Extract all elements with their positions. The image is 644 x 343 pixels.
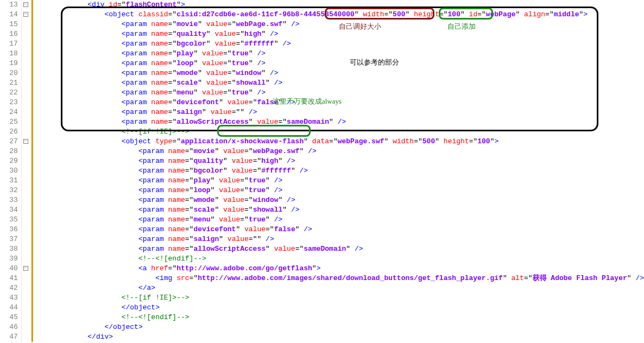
line-number: 31: [0, 176, 18, 186]
code-line[interactable]: <param name="loop" value="true" />: [36, 186, 644, 195]
line-number: 29: [0, 156, 18, 166]
code-line[interactable]: <param name="wmode" value="window" />: [36, 195, 644, 205]
code-area[interactable]: <div id="flashContent"> <object classid=…: [35, 0, 644, 342]
code-line[interactable]: <!--[if !IE]>-->: [36, 293, 644, 303]
code-line[interactable]: <!--<![endif]-->: [36, 254, 644, 264]
line-number: 35: [0, 215, 18, 225]
code-line[interactable]: </a>: [36, 283, 644, 293]
line-number: 42: [0, 283, 18, 293]
line-number: 19: [0, 59, 18, 68]
code-line[interactable]: <param name="scale" value="showall" />: [36, 78, 644, 88]
line-number: 34: [0, 205, 18, 215]
code-line[interactable]: <param name="movie" value="webPage.swf" …: [36, 147, 644, 156]
code-line[interactable]: <!--[if !IE]>-->: [36, 127, 644, 137]
code-line[interactable]: <param name="play" value="true" />: [36, 49, 644, 59]
code-line[interactable]: <param name="scale" value="showall" />: [36, 205, 644, 215]
line-number: 13: [0, 0, 18, 10]
line-number: 22: [0, 88, 18, 98]
line-number: 40: [0, 264, 18, 274]
code-line[interactable]: <param name="devicefont" value="false" /…: [36, 225, 644, 234]
code-line[interactable]: </object>: [36, 322, 644, 332]
line-number-gutter: 1314151617181920212223242526272829303132…: [0, 0, 22, 342]
line-number: 45: [0, 313, 18, 322]
code-line[interactable]: <object type="application/x-shockwave-fl…: [36, 137, 644, 147]
line-number: 32: [0, 186, 18, 195]
fold-toggle-icon[interactable]: −: [23, 12, 28, 17]
line-number: 16: [0, 29, 18, 39]
line-number: 25: [0, 117, 18, 127]
line-number: 15: [0, 20, 18, 29]
code-line[interactable]: <param name="allowScriptAccess" value="s…: [36, 117, 644, 127]
code-line[interactable]: <param name="allowScriptAccess" value="s…: [36, 244, 644, 254]
code-line[interactable]: <param name="quality" value="high" />: [36, 156, 644, 166]
code-line[interactable]: <param name="menu" value="true" />: [36, 88, 644, 98]
code-line[interactable]: <param name="salign" value="" />: [36, 107, 644, 117]
fold-gutter[interactable]: −−−−: [22, 0, 31, 342]
line-number: 17: [0, 39, 18, 49]
code-line[interactable]: <param name="movie" value="webPage.swf" …: [36, 20, 644, 29]
line-number: 30: [0, 166, 18, 176]
code-line[interactable]: <param name="salign" value="" />: [36, 234, 644, 244]
fold-toggle-icon[interactable]: −: [23, 266, 28, 271]
code-line[interactable]: <param name="bgcolor" value="#ffffff" />: [36, 166, 644, 176]
code-line[interactable]: <param name="devicefont" value="false" /…: [36, 98, 644, 107]
line-number: 14: [0, 10, 18, 20]
line-number: 18: [0, 49, 18, 59]
line-number: 23: [0, 98, 18, 107]
code-line[interactable]: <a href="http://www.adobe.com/go/getflas…: [36, 264, 644, 274]
line-number: 41: [0, 274, 18, 283]
line-number: 20: [0, 68, 18, 78]
code-line[interactable]: <!--<![endif]-->: [36, 313, 644, 322]
line-number: 38: [0, 244, 18, 254]
line-number: 43: [0, 293, 18, 303]
code-line[interactable]: <param name="quality" value="high" />: [36, 29, 644, 39]
code-line[interactable]: <object classid="clsid:d27cdb6e-ae6d-11c…: [36, 10, 644, 20]
line-number: 24: [0, 107, 18, 117]
code-line[interactable]: <param name="play" value="true" />: [36, 176, 644, 186]
code-line[interactable]: <param name="menu" value="true" />: [36, 215, 644, 225]
line-number: 27: [0, 137, 18, 147]
code-line[interactable]: </div>: [36, 332, 644, 342]
line-number: 26: [0, 127, 18, 137]
line-number: 37: [0, 234, 18, 244]
code-editor[interactable]: 1314151617181920212223242526272829303132…: [0, 0, 644, 342]
line-number: 44: [0, 303, 18, 313]
fold-toggle-icon[interactable]: −: [23, 139, 28, 144]
line-number: 47: [0, 332, 18, 342]
code-line[interactable]: <img src="http://www.adobe.com/images/sh…: [36, 274, 644, 283]
fold-toggle-icon[interactable]: −: [23, 2, 28, 7]
code-line[interactable]: <param name="bgcolor" value="#ffffff" />: [36, 39, 644, 49]
code-line[interactable]: <div id="flashContent">: [36, 0, 644, 10]
line-number: 33: [0, 195, 18, 205]
line-number: 28: [0, 147, 18, 156]
code-line[interactable]: <param name="loop" value="true" />: [36, 59, 644, 68]
line-number: 39: [0, 254, 18, 264]
code-line[interactable]: <param name="wmode" value="window" />: [36, 68, 644, 78]
line-number: 21: [0, 78, 18, 88]
line-number: 36: [0, 225, 18, 234]
code-line[interactable]: </object>: [36, 303, 644, 313]
line-number: 46: [0, 322, 18, 332]
